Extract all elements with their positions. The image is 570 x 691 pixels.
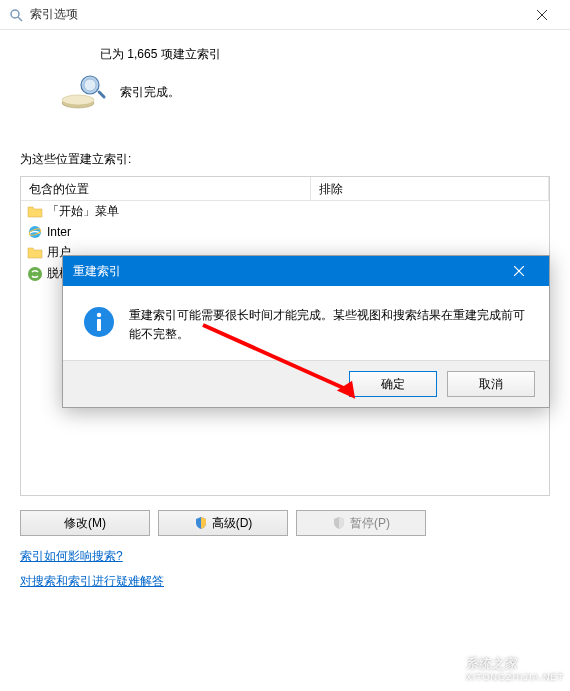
svg-point-11 [28, 267, 42, 281]
column-header-exclude[interactable]: 排除 [311, 177, 549, 200]
svg-point-5 [62, 95, 94, 105]
ie-icon [27, 224, 43, 240]
watermark-logo-icon [420, 651, 460, 687]
close-button[interactable] [522, 1, 562, 29]
window-titlebar: 索引选项 [0, 0, 570, 30]
watermark-name: 系统之家 [466, 656, 564, 672]
dialog-title: 重建索引 [73, 263, 499, 280]
pause-button: 暂停(P) [296, 510, 426, 536]
dialog-message: 重建索引可能需要很长时间才能完成。某些视图和搜索结果在重建完成前可能不完整。 [129, 306, 529, 344]
locations-header: 包含的位置 排除 [21, 177, 549, 201]
indexed-count-text: 已为 1,665 项建立索引 [100, 46, 221, 63]
button-label: 暂停(P) [350, 515, 390, 532]
index-complete-text: 索引完成。 [120, 84, 180, 101]
svg-point-16 [97, 313, 101, 317]
shield-icon [194, 516, 208, 530]
shield-icon [332, 516, 346, 530]
list-item-label: 「开始」菜单 [47, 203, 119, 220]
list-item-label: Inter [47, 225, 71, 239]
window-title: 索引选项 [30, 6, 522, 23]
svg-point-7 [84, 79, 96, 91]
dialog-titlebar: 重建索引 [63, 256, 549, 286]
app-icon [8, 7, 24, 23]
folder-icon [27, 204, 43, 220]
locations-label: 为这些位置建立索引: [20, 151, 550, 168]
link-how-affects-search[interactable]: 索引如何影响搜索? [20, 548, 550, 565]
svg-rect-15 [97, 319, 101, 331]
sync-icon [27, 266, 43, 282]
list-item[interactable]: Inter [21, 222, 549, 242]
svg-line-1 [18, 17, 22, 21]
button-label: 高级(D) [212, 515, 253, 532]
info-icon [83, 306, 115, 338]
column-header-included[interactable]: 包含的位置 [21, 177, 311, 200]
advanced-button[interactable]: 高级(D) [158, 510, 288, 536]
indexed-count-row: 已为 1,665 项建立索引 [100, 46, 550, 63]
watermark: 系统之家 XITONGZHIJIA.NET [420, 651, 564, 687]
ok-button[interactable]: 确定 [349, 371, 437, 397]
modify-button[interactable]: 修改(M) [20, 510, 150, 536]
svg-point-0 [11, 10, 19, 18]
dialog-close-button[interactable] [499, 257, 539, 285]
rebuild-index-dialog: 重建索引 重建索引可能需要很长时间才能完成。某些视图和搜索结果在重建完成前可能不… [62, 255, 550, 408]
list-item[interactable]: 「开始」菜单 [21, 201, 549, 222]
cancel-button[interactable]: 取消 [447, 371, 535, 397]
svg-rect-8 [97, 90, 106, 99]
button-label: 修改(M) [64, 515, 106, 532]
link-troubleshoot[interactable]: 对搜索和索引进行疑难解答 [20, 573, 550, 590]
watermark-url: XITONGZHIJIA.NET [466, 672, 564, 682]
folder-icon [27, 245, 43, 261]
index-status-icon [60, 73, 108, 111]
